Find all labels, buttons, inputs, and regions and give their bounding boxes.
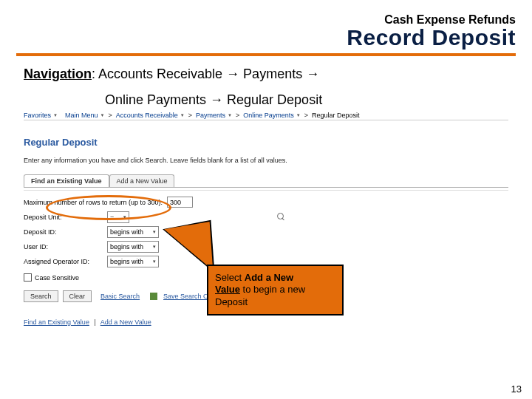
bc-payments[interactable]: Payments xyxy=(196,112,225,119)
header-large: Record Deposit xyxy=(16,25,516,50)
search-button[interactable]: Search xyxy=(24,290,58,302)
lbl-deposit-id: Deposit ID: xyxy=(24,228,107,236)
maxrows-row: Maximum number of rows to return (up to … xyxy=(24,195,508,209)
lbl-user-id: User ID: xyxy=(24,243,107,250)
op-user-id[interactable]: begins with▾ xyxy=(107,241,159,253)
lbl-assigned-op: Assigned Operator ID: xyxy=(24,258,107,265)
bc-main-menu[interactable]: Main Menu xyxy=(65,112,98,119)
navigation-line-1: Navigation: Accounts Receivable → Paymen… xyxy=(24,66,508,82)
op-assigned[interactable]: begins with▾ xyxy=(107,256,159,267)
footer-add-link[interactable]: Add a New Value xyxy=(100,318,151,326)
callout-box: Select Add a New Value to begin a new De… xyxy=(207,265,344,316)
page-number: 13 xyxy=(511,383,522,395)
lbl-case-sensitive: Case Sensitive xyxy=(35,274,79,282)
save-icon xyxy=(150,293,157,300)
page-title: Regular Deposit xyxy=(24,137,508,148)
maxrows-input[interactable]: 300 xyxy=(167,197,193,208)
lbl-deposit-unit: Deposit Unit: xyxy=(24,214,107,221)
bc-online[interactable]: Online Payments xyxy=(243,112,294,119)
help-text: Enter any information you have and click… xyxy=(24,157,508,164)
lookup-icon[interactable] xyxy=(277,213,285,221)
op-deposit-unit[interactable]: =▾ xyxy=(107,211,129,223)
op-deposit-id[interactable]: begins with▾ xyxy=(107,226,159,238)
case-sensitive-checkbox[interactable] xyxy=(24,273,32,282)
basic-search-link[interactable]: Basic Search xyxy=(100,293,140,300)
header-rule xyxy=(16,53,516,56)
tab-find-existing[interactable]: Find an Existing Value xyxy=(24,174,109,187)
tab-add-new[interactable]: Add a New Value xyxy=(109,174,175,187)
bc-ar[interactable]: Accounts Receivable xyxy=(116,112,178,119)
footer-find-link[interactable]: Find an Existing Value xyxy=(24,318,89,326)
clear-button[interactable]: Clear xyxy=(63,290,92,302)
footer-links: Find an Existing Value | Add a New Value xyxy=(24,318,508,326)
bc-favorites[interactable]: Favorites xyxy=(24,112,51,119)
breadcrumb: Favorites▼ Main Menu▼ > Accounts Receiva… xyxy=(24,109,508,120)
bc-regular-deposit: Regular Deposit xyxy=(312,112,360,119)
navigation-line-2: Online Payments → Regular Deposit xyxy=(105,92,508,108)
callout-pointer xyxy=(164,222,213,273)
